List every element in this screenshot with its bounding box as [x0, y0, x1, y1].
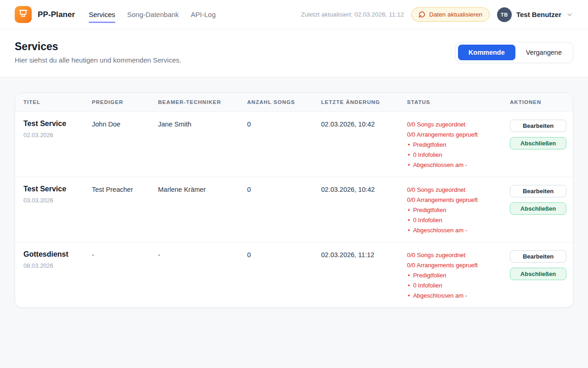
beamer-techniker-cell: Jane Smith — [158, 120, 247, 128]
table-header-row: Titel Prediger Beamer-Techniker Anzahl S… — [15, 93, 573, 112]
bearbeiten-button[interactable]: Bearbeiten — [510, 185, 566, 197]
refresh-button-label: Daten aktualisieren — [429, 11, 482, 18]
bullet-icon: • — [408, 215, 410, 225]
bullet-icon: • — [408, 140, 410, 150]
col-header-status: Status — [407, 99, 510, 105]
col-header-aktionen: Aktionen — [510, 99, 565, 105]
refresh-data-button[interactable]: Daten aktualisieren — [411, 7, 490, 22]
abschliessen-button[interactable]: Abschließen — [510, 268, 566, 280]
status-cell: 0/0 Songs zugeordnet 0/0 Arrangements ge… — [407, 185, 510, 236]
user-name: Test Benutzer — [516, 11, 561, 18]
page-head: Services Hier siehst du alle heutigen un… — [0, 29, 588, 77]
titel-cell: Test Service 03.03.2026 — [23, 185, 92, 204]
anzahl-songs-cell: 0 — [247, 185, 321, 193]
nav-item-song-datenbank[interactable]: Song-Datenbank — [127, 8, 179, 21]
page-title: Services — [15, 40, 181, 53]
prediger-cell: John Doe — [92, 120, 158, 128]
service-date: 08.03.2026 — [23, 262, 92, 269]
status-line: 0/0 Songs zugeordnet — [407, 120, 510, 130]
avatar: TB — [497, 7, 512, 22]
status-line: 0/0 Arrangements geprueft — [407, 260, 510, 270]
refresh-icon — [418, 11, 425, 18]
app-logo — [15, 6, 32, 23]
abschliessen-button[interactable]: Abschließen — [510, 137, 566, 150]
titel-cell: Gottesdienst 08.03.2026 — [23, 250, 92, 269]
status-line: •Abgeschlossen am - — [407, 291, 510, 301]
bullet-icon: • — [408, 205, 410, 215]
anzahl-songs-cell: 0 — [247, 250, 321, 259]
col-header-anzahl-songs: Anzahl Songs — [247, 99, 321, 105]
status-cell: 0/0 Songs zugeordnet 0/0 Arrangements ge… — [407, 120, 510, 170]
abschliessen-button[interactable]: Abschließen — [510, 202, 566, 215]
beamer-techniker-cell: - — [158, 250, 247, 259]
letzte-aenderung-cell: 02.03.2026, 10:42 — [321, 185, 407, 193]
presentation-icon — [18, 9, 28, 20]
service-date: 03.03.2026 — [23, 197, 92, 204]
table-row: Test Service 03.03.2026 Test Preacher Ma… — [15, 177, 573, 242]
col-header-titel: Titel — [23, 99, 92, 105]
beamer-techniker-cell: Marlene Krämer — [158, 185, 247, 193]
aktionen-cell: Bearbeiten Abschließen — [510, 185, 566, 215]
service-title: Test Service — [23, 120, 92, 128]
status-line: •Predigtfolien — [407, 140, 510, 150]
services-table: Titel Prediger Beamer-Techniker Anzahl S… — [15, 92, 573, 308]
topbar-right: Zuletzt aktualisiert: 02.03.2026, 11:12 … — [301, 7, 573, 22]
bullet-icon: • — [408, 270, 410, 281]
bullet-icon: • — [408, 281, 410, 291]
service-title: Gottesdienst — [23, 250, 92, 259]
prediger-cell: - — [92, 250, 158, 259]
status-line: •Abgeschlossen am - — [407, 225, 510, 236]
titel-cell: Test Service 02.03.2026 — [23, 120, 92, 138]
status-cell: 0/0 Songs zugeordnet 0/0 Arrangements ge… — [407, 250, 510, 301]
bullet-icon: • — [408, 150, 410, 160]
brand-name: PP-Planer — [38, 10, 75, 19]
col-header-beamer-techniker: Beamer-Techniker — [158, 99, 247, 105]
prediger-cell: Test Preacher — [92, 185, 158, 193]
letzte-aenderung-cell: 02.03.2026, 11:12 — [321, 250, 407, 259]
col-header-prediger: Prediger — [92, 99, 158, 105]
user-menu[interactable]: TB Test Benutzer — [497, 7, 573, 22]
page-subtitle: Hier siehst du alle heutigen und kommend… — [15, 56, 181, 64]
col-header-letzte-aenderung: Letzte Änderung — [321, 99, 407, 105]
status-line: •0 Infofolien — [407, 215, 510, 225]
status-line: •0 Infofolien — [407, 150, 510, 160]
bullet-icon: • — [408, 160, 410, 170]
anzahl-songs-cell: 0 — [247, 120, 321, 128]
status-line: 0/0 Arrangements geprueft — [407, 195, 510, 205]
chevron-down-icon — [566, 11, 573, 18]
nav-item-services[interactable]: Services — [89, 8, 115, 21]
status-line: 0/0 Arrangements geprueft — [407, 130, 510, 140]
service-filter-toggle: Kommende Vergangene — [455, 42, 573, 63]
status-line: 0/0 Songs zugeordnet — [407, 250, 510, 260]
bullet-icon: • — [408, 291, 410, 301]
top-header: PP-Planer Services Song-Datenbank API-Lo… — [0, 0, 588, 29]
bearbeiten-button[interactable]: Bearbeiten — [510, 120, 566, 132]
service-title: Test Service — [23, 185, 92, 193]
table-row: Test Service 02.03.2026 John Doe Jane Sm… — [15, 112, 573, 177]
last-updated-text: Zuletzt aktualisiert: 02.03.2026, 11:12 — [301, 11, 404, 18]
status-line: •0 Infofolien — [407, 281, 510, 291]
aktionen-cell: Bearbeiten Abschließen — [510, 120, 566, 150]
toggle-kommende[interactable]: Kommende — [458, 45, 515, 60]
status-line: •Predigtfolien — [407, 205, 510, 215]
table-row: Gottesdienst 08.03.2026 - - 0 02.03.2026… — [15, 242, 573, 307]
aktionen-cell: Bearbeiten Abschließen — [510, 250, 566, 280]
bullet-icon: • — [408, 225, 410, 236]
main-nav: Services Song-Datenbank API-Log — [89, 8, 215, 21]
service-date: 02.03.2026 — [23, 132, 92, 138]
status-line: 0/0 Songs zugeordnet — [407, 185, 510, 195]
nav-item-api-log[interactable]: API-Log — [191, 8, 215, 21]
status-line: •Abgeschlossen am - — [407, 160, 510, 170]
toggle-vergangene[interactable]: Vergangene — [517, 45, 571, 60]
main-content: Titel Prediger Beamer-Techniker Anzahl S… — [0, 77, 588, 323]
page-head-text: Services Hier siehst du alle heutigen un… — [15, 40, 181, 64]
status-line: •Predigtfolien — [407, 270, 510, 281]
letzte-aenderung-cell: 02.03.2026, 10:42 — [321, 120, 407, 128]
bearbeiten-button[interactable]: Bearbeiten — [510, 250, 566, 263]
